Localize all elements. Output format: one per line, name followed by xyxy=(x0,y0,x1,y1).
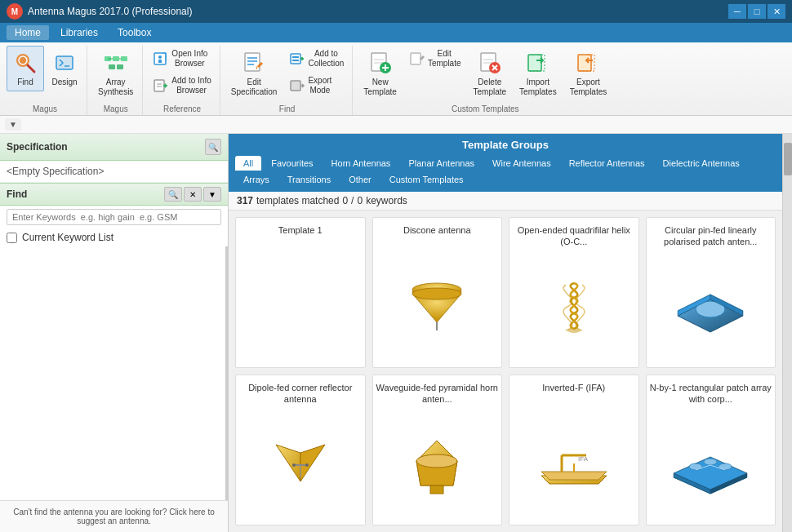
menu-home[interactable]: Home xyxy=(7,25,49,40)
import-templates-button[interactable]: ImportTemplates xyxy=(514,46,563,101)
keyword-input[interactable] xyxy=(7,209,221,225)
svg-rect-16 xyxy=(154,80,164,91)
edit-template-button[interactable]: EditTemplate xyxy=(404,46,466,72)
edit-spec-icon xyxy=(241,50,267,76)
template-card-7[interactable]: Inverted-F (IFA) xyxy=(509,375,639,525)
find-label: Find xyxy=(17,78,33,87)
find-icon xyxy=(12,50,38,76)
svg-rect-30 xyxy=(292,60,299,61)
quick-access-bar: ▼ xyxy=(0,116,792,134)
stats-keywords-total: 0 xyxy=(357,195,363,206)
template-card-4[interactable]: Circular pin-fed linearly polarised patc… xyxy=(646,217,776,368)
find-clear-btn[interactable]: ✕ xyxy=(184,187,202,202)
minimize-button[interactable]: ─ xyxy=(728,4,746,19)
svg-rect-58 xyxy=(430,485,443,494)
menu-libraries[interactable]: Libraries xyxy=(52,25,106,40)
scrollbar-thumb[interactable] xyxy=(784,143,792,175)
close-button[interactable]: ✕ xyxy=(768,4,785,19)
array-synthesis-icon xyxy=(103,50,129,76)
add-info-button[interactable]: Add to InfoBrowser xyxy=(148,73,216,99)
array-synthesis-button[interactable]: ArraySynthesis xyxy=(92,46,139,101)
svg-point-64 xyxy=(704,459,717,465)
template-img-5 xyxy=(239,409,362,521)
spec-icon-button[interactable]: 🔍 xyxy=(205,139,221,155)
tab-other[interactable]: Other xyxy=(340,172,380,187)
template-grid: Template 1 Discone antenna xyxy=(229,211,782,532)
design-button[interactable]: Design xyxy=(46,46,83,91)
template-label-4: Circular pin-fed linearly polarised patc… xyxy=(650,224,772,248)
svg-rect-3 xyxy=(56,56,73,69)
suggest-antenna-link[interactable]: Can't find the antenna you are looking f… xyxy=(0,500,228,532)
find-button[interactable]: Find xyxy=(7,46,44,91)
template-card-1[interactable]: Template 1 xyxy=(235,217,366,368)
tab-reflector[interactable]: Reflector Antennas xyxy=(561,156,653,171)
find-search-btn[interactable]: 🔍 xyxy=(164,187,182,202)
stats-slash: / xyxy=(351,195,354,206)
template-img-7: IFA xyxy=(513,397,635,521)
svg-rect-31 xyxy=(291,81,300,91)
ribbon-small-find: Add toCollection ExportMode xyxy=(284,46,349,99)
main-area: Specification 🔍 <Empty Specification> Fi… xyxy=(0,134,792,532)
magus-group-label2: Magus xyxy=(104,103,128,113)
spec-empty-label: <Empty Specification> xyxy=(0,161,228,183)
keyword-list-checkbox[interactable] xyxy=(7,233,17,243)
ribbon-group-reference: Open InfoBrowser Add to InfoBrowser Refe… xyxy=(145,46,220,115)
menu-toolbox[interactable]: Toolbox xyxy=(109,25,159,40)
template-card-6[interactable]: Waveguide-fed pyramidal horn anten... xyxy=(372,375,503,525)
template-card-5[interactable]: Dipole-fed corner reflector antenna xyxy=(235,375,366,525)
open-info-label: Open InfoBrowser xyxy=(171,49,207,69)
svg-rect-38 xyxy=(411,53,420,64)
edit-spec-button[interactable]: EditSpecification xyxy=(225,46,283,101)
stats-bar: 317 templates matched 0 / 0 keywords xyxy=(229,192,782,211)
ribbon-buttons-reference: Open InfoBrowser Add to InfoBrowser xyxy=(148,46,216,99)
right-scrollbar[interactable] xyxy=(782,134,792,532)
ribbon-buttons-magus1: Find Design xyxy=(7,46,83,103)
maximize-button[interactable]: □ xyxy=(748,4,766,19)
export-mode-button[interactable]: ExportMode xyxy=(284,73,349,99)
add-collection-button[interactable]: Add toCollection xyxy=(284,46,349,72)
tab-wire[interactable]: Wire Antennas xyxy=(484,156,559,171)
keyword-list-label: Current Keyword List xyxy=(22,232,113,243)
open-info-icon xyxy=(153,51,169,67)
tab-planar[interactable]: Planar Antennas xyxy=(400,156,483,171)
new-template-button[interactable]: NewTemplate xyxy=(358,46,403,101)
open-info-button[interactable]: Open InfoBrowser xyxy=(148,46,216,72)
reference-group-label: Reference xyxy=(163,103,201,113)
edit-template-label: EditTemplate xyxy=(428,49,461,69)
import-templates-icon xyxy=(525,50,551,76)
template-card-3[interactable]: Open-ended quadrifilar helix (O-C... xyxy=(509,217,639,368)
template-card-2[interactable]: Discone antenna xyxy=(372,217,503,368)
ribbon-buttons-custom: NewTemplate EditTemplate xyxy=(358,46,612,103)
find-title: Find xyxy=(7,188,27,200)
window-controls[interactable]: ─ □ ✕ xyxy=(728,4,785,19)
delete-template-button[interactable]: DeleteTemplate xyxy=(468,46,513,101)
tab-custom[interactable]: Custom Templates xyxy=(381,172,472,187)
import-templates-label: ImportTemplates xyxy=(519,78,557,97)
template-card-8[interactable]: N-by-1 rectangular patch array with corp… xyxy=(646,375,776,525)
tab-all[interactable]: All xyxy=(235,156,261,171)
tab-dielectric[interactable]: Dielectric Antennas xyxy=(655,156,748,171)
left-panel: Specification 🔍 <Empty Specification> Fi… xyxy=(0,134,229,532)
export-templates-icon xyxy=(575,50,601,76)
magus-group-label1: Magus xyxy=(33,103,57,113)
svg-line-1 xyxy=(28,65,34,72)
tab-arrays[interactable]: Arrays xyxy=(235,172,278,187)
export-templates-button[interactable]: ExportTemplates xyxy=(564,46,613,101)
add-collection-icon xyxy=(289,51,305,67)
stats-keywords-label: keywords xyxy=(366,195,407,206)
tab-favourites[interactable]: Favourites xyxy=(263,156,321,171)
tab-horn[interactable]: Horn Antennas xyxy=(323,156,399,171)
design-icon xyxy=(51,50,78,76)
svg-point-14 xyxy=(158,55,162,59)
tab-transitions[interactable]: Transitions xyxy=(279,172,339,187)
left-panel-scroll xyxy=(0,246,228,500)
quick-access-dropdown[interactable]: ▼ xyxy=(5,118,21,131)
svg-point-57 xyxy=(416,454,457,468)
template-tabs: All Favourites Horn Antennas Planar Ante… xyxy=(229,156,782,192)
template-groups-header: Template Groups xyxy=(229,134,782,156)
svg-rect-21 xyxy=(245,53,260,71)
svg-rect-8 xyxy=(121,56,127,61)
find-options-btn[interactable]: ▼ xyxy=(203,187,221,202)
svg-point-49 xyxy=(412,288,461,299)
array-synthesis-label: ArraySynthesis xyxy=(98,78,133,97)
